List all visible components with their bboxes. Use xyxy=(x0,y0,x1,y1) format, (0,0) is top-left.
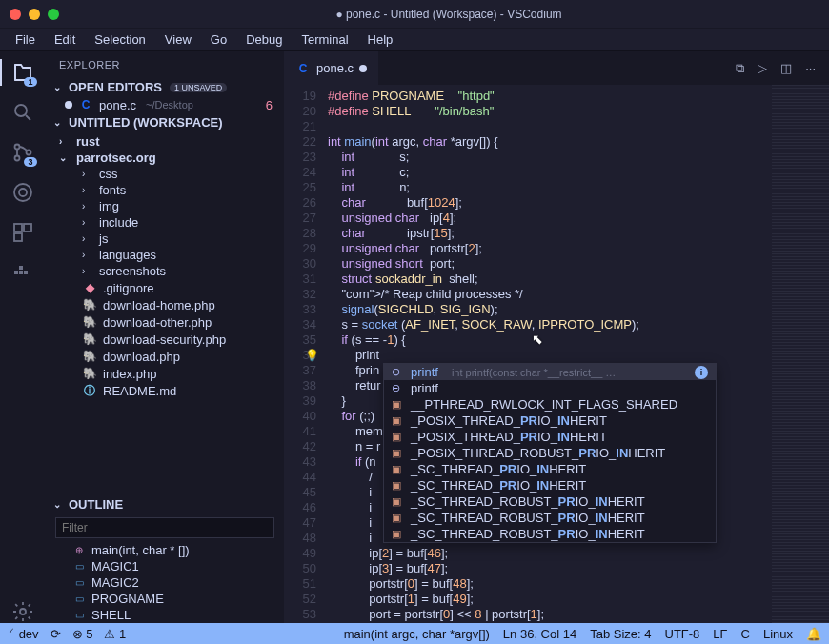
info-icon[interactable]: i xyxy=(695,366,708,379)
const-icon: ▭ xyxy=(72,560,86,574)
eol[interactable]: LF xyxy=(713,627,727,641)
tab-pone-c[interactable]: C pone.c xyxy=(284,51,378,85)
suggest-item[interactable]: ⊝printf xyxy=(384,380,716,396)
extensions-icon[interactable] xyxy=(11,221,34,244)
outline-item[interactable]: ▭SHELL xyxy=(46,607,284,623)
menu-view[interactable]: View xyxy=(157,32,199,47)
tree-item[interactable]: 🐘download-other.php xyxy=(46,313,284,331)
svg-rect-6 xyxy=(14,224,22,231)
tree-item[interactable]: ›fonts xyxy=(46,182,284,198)
svg-point-13 xyxy=(20,609,26,614)
close-window-icon[interactable] xyxy=(10,9,21,20)
breadcrumb-item[interactable]: main(int argc, char *argv[]) xyxy=(344,627,490,641)
more-icon[interactable]: ··· xyxy=(805,61,816,76)
chevron-icon: › xyxy=(82,217,93,228)
editor-area: C pone.c ⧉ ▷ ◫ ··· 192021222324252627282… xyxy=(284,51,829,623)
outline-filter-input[interactable] xyxy=(55,517,274,538)
suggest-item[interactable]: ▣_SC_THREAD_PRIO_INHERIT xyxy=(384,461,716,477)
tree-item-label: download-home.php xyxy=(103,298,215,312)
tab-size[interactable]: Tab Size: 4 xyxy=(590,627,651,641)
warnings-item[interactable]: ⚠ 1 xyxy=(104,627,126,641)
suggest-widget[interactable]: ⊝printfint printf(const char *__restrict… xyxy=(383,363,717,543)
scm-icon[interactable]: 3 xyxy=(11,141,34,164)
bell-icon[interactable]: 🔔 xyxy=(806,627,821,641)
minimize-window-icon[interactable] xyxy=(29,9,40,20)
outline-item[interactable]: ▭MAGIC1 xyxy=(46,558,284,574)
svg-point-1 xyxy=(15,145,20,150)
menu-debug[interactable]: Debug xyxy=(238,32,290,47)
tree-item[interactable]: 🐘index.php xyxy=(46,365,284,382)
tree-item[interactable]: ⌄parrotsec.org xyxy=(46,150,284,166)
open-editors-section[interactable]: ⌄ OPEN EDITORS 1 UNSAVED xyxy=(46,78,284,96)
suggest-label: printf xyxy=(411,381,438,395)
outline-section[interactable]: ⌄ OUTLINE xyxy=(46,495,284,513)
menu-selection[interactable]: Selection xyxy=(87,32,152,47)
tree-item[interactable]: ◆.gitignore xyxy=(46,279,284,296)
lightbulb-icon[interactable]: 💡 xyxy=(305,348,319,363)
titlebar: ● pone.c - Untitled (Workspace) - VSCodi… xyxy=(0,0,829,29)
tree-item[interactable]: ›include xyxy=(46,214,284,231)
menu-terminal[interactable]: Terminal xyxy=(293,32,355,47)
svg-rect-9 xyxy=(14,271,18,274)
tree-item[interactable]: ›css xyxy=(46,166,284,182)
os[interactable]: Linux xyxy=(763,627,793,641)
file-tree: ›rust⌄parrotsec.org›css›fonts›img›includ… xyxy=(46,131,284,401)
tree-item[interactable]: 🐘download-security.php xyxy=(46,331,284,348)
cursor-position[interactable]: Ln 36, Col 14 xyxy=(503,627,576,641)
tree-item-label: download.php xyxy=(103,350,180,364)
c-file-icon: C xyxy=(295,61,311,76)
suggest-item[interactable]: ▣_POSIX_THREAD_PRIO_INHERIT xyxy=(384,413,716,429)
suggest-kind-icon: ▣ xyxy=(392,463,405,475)
tree-item-label: download-security.php xyxy=(103,332,226,347)
outline-list: ⊕main(int, char * [])▭MAGIC1▭MAGIC2▭PROG… xyxy=(46,542,284,623)
explorer-icon[interactable]: 1 xyxy=(11,61,34,84)
suggest-item[interactable]: ▣_SC_THREAD_ROBUST_PRIO_INHERIT xyxy=(384,510,716,526)
search-icon[interactable] xyxy=(11,101,34,124)
outline-item[interactable]: ⊕main(int, char * []) xyxy=(46,542,284,558)
suggest-item[interactable]: ▣_SC_THREAD_ROBUST_PRIO_INHERIT xyxy=(384,526,716,542)
menu-help[interactable]: Help xyxy=(360,32,401,47)
run-icon[interactable]: ▷ xyxy=(758,61,767,76)
suggest-item[interactable]: ▣_POSIX_THREAD_ROBUST_PRIO_INHERIT xyxy=(384,445,716,461)
workspace-section[interactable]: ⌄ UNTITLED (WORKSPACE) xyxy=(46,113,284,131)
split-editor-icon[interactable]: ◫ xyxy=(780,61,792,76)
tree-item[interactable]: 🐘download-home.php xyxy=(46,296,284,313)
suggest-item[interactable]: ▣__PTHREAD_RWLOCK_INT_FLAGS_SHARED xyxy=(384,396,716,413)
tree-item-label: include xyxy=(99,215,138,230)
debug-icon[interactable] xyxy=(11,181,34,204)
tree-item[interactable]: 🐘download.php xyxy=(46,348,284,365)
tree-item[interactable]: ›screenshots xyxy=(46,263,284,279)
tree-item[interactable]: ⓘREADME.md xyxy=(46,382,284,399)
chevron-icon: › xyxy=(82,233,93,244)
menu-file[interactable]: File xyxy=(8,32,43,47)
encoding[interactable]: UTF-8 xyxy=(665,627,700,641)
suggest-item[interactable]: ▣_SC_THREAD_ROBUST_PRIO_INHERIT xyxy=(384,493,716,510)
errors-item[interactable]: ⊗ 5 xyxy=(72,627,93,641)
outline-label: OUTLINE xyxy=(69,497,123,512)
maximize-window-icon[interactable] xyxy=(48,9,59,20)
menu-edit[interactable]: Edit xyxy=(47,32,83,47)
outline-item[interactable]: ▭PROGNAME xyxy=(46,591,284,607)
menu-go[interactable]: Go xyxy=(203,32,234,47)
workspace-label: UNTITLED (WORKSPACE) xyxy=(69,115,223,130)
language-mode[interactable]: C xyxy=(741,627,750,641)
suggest-item[interactable]: ⊝printfint printf(const char *__restrict… xyxy=(384,364,716,380)
suggest-kind-icon: ▣ xyxy=(392,398,405,411)
suggest-item[interactable]: ▣_SC_THREAD_PRIO_INHERIT xyxy=(384,477,716,493)
open-editor-file[interactable]: C pone.c ~/Desktop 6 xyxy=(46,96,284,113)
settings-icon[interactable] xyxy=(11,600,34,623)
sync-icon[interactable]: ⟳ xyxy=(51,627,61,641)
open-editors-label: OPEN EDITORS xyxy=(69,80,162,94)
tree-item[interactable]: ›img xyxy=(46,198,284,214)
compare-icon[interactable]: ⧉ xyxy=(736,61,744,76)
suggest-item[interactable]: ▣_POSIX_THREAD_PRIO_INHERIT xyxy=(384,429,716,445)
branch-item[interactable]: ᚶ dev xyxy=(8,627,39,641)
minimap[interactable] xyxy=(772,85,829,623)
const-icon: ▭ xyxy=(72,576,86,590)
docker-icon[interactable] xyxy=(11,261,34,284)
outline-item[interactable]: ▭MAGIC2 xyxy=(46,574,284,591)
tree-item[interactable]: ›languages xyxy=(46,247,284,263)
tree-item[interactable]: ›rust xyxy=(46,133,284,150)
code-editor[interactable]: 1920212223242526272829303132333435363738… xyxy=(284,85,829,623)
tree-item[interactable]: ›js xyxy=(46,231,284,247)
